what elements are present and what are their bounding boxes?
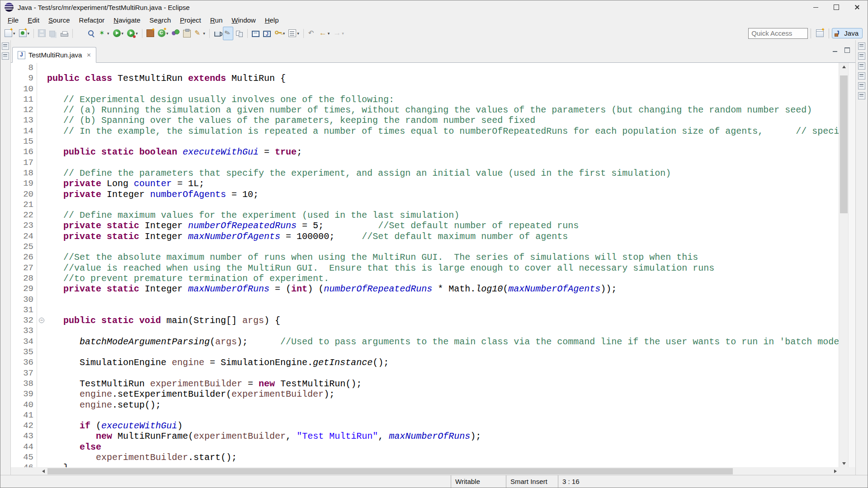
scroll-up-button[interactable] (839, 63, 849, 70)
line-number[interactable]: 16 (11, 147, 37, 157)
line-number[interactable]: 8 (11, 63, 37, 73)
vertical-scrollbar[interactable] (839, 63, 849, 467)
tab-close-icon[interactable]: ✕ (86, 52, 91, 58)
line-number[interactable]: 41 (11, 410, 37, 421)
line-number[interactable]: 21 (11, 200, 37, 210)
menu-item-help[interactable]: Help (260, 15, 283, 25)
line-number[interactable]: 45 (11, 452, 37, 463)
toolbar-run-button[interactable]: ▾ (112, 27, 125, 40)
code-text[interactable]: public class TestMultiRun extends MultiR… (47, 73, 286, 84)
code-line[interactable]: 34 batchModeArgumentParsing(args); //Use… (11, 337, 839, 347)
code-line[interactable]: 21 (11, 200, 839, 210)
line-number[interactable]: 11 (11, 94, 37, 105)
dropdown-arrow-icon[interactable]: ▾ (203, 31, 205, 36)
code-line[interactable]: 28 //to prevent premature termination of… (11, 273, 839, 284)
code-line[interactable]: 12 // (a) Running the simulation a given… (11, 105, 839, 115)
menu-item-search[interactable]: Search (145, 15, 176, 25)
code-text[interactable]: private static Integer numberOfRepeatedR… (47, 221, 579, 231)
code-line[interactable]: 31 (11, 305, 839, 315)
quick-access-input[interactable] (748, 28, 808, 39)
line-number[interactable]: 15 (11, 136, 37, 147)
line-number[interactable]: 28 (11, 273, 37, 284)
line-number[interactable]: 34 (11, 337, 37, 347)
menu-item-source[interactable]: Source (44, 15, 75, 25)
code-line[interactable]: 41 (11, 410, 839, 421)
toolbar-new-class-wizard-button[interactable]: ▾ (156, 27, 170, 40)
code-text[interactable]: batchModeArgumentParsing(args); //Used t… (47, 337, 839, 347)
code-text[interactable]: // Define the parameters that specify th… (47, 168, 671, 178)
code-text[interactable]: SimulationEngine engine = SimulationEngi… (47, 357, 389, 368)
line-number[interactable]: 36 (11, 357, 37, 368)
toolbar-forward-button[interactable]: ▾ (332, 27, 345, 40)
line-number[interactable]: 40 (11, 400, 37, 410)
horizontal-scrollbar-thumb[interactable] (47, 468, 733, 474)
line-number[interactable]: 39 (11, 389, 37, 399)
code-line[interactable]: 19 private Long counter = 1L; (11, 178, 839, 189)
code-text[interactable]: TestMultiRun experimentBuilder = new Tes… (47, 379, 362, 389)
dropdown-arrow-icon[interactable]: ▾ (107, 31, 109, 36)
code-text[interactable]: // Define maximum values for the experim… (47, 210, 459, 221)
dropdown-arrow-icon[interactable]: ▾ (136, 31, 138, 36)
code-line[interactable]: 45 experimentBuilder.start(); (11, 452, 839, 463)
code-line[interactable]: 44 else (11, 442, 839, 452)
line-number[interactable]: 30 (11, 295, 37, 305)
code-text[interactable]: } (47, 463, 69, 467)
restore-view-icon[interactable] (2, 42, 9, 50)
toolbar-print-button[interactable] (59, 27, 70, 40)
code-text[interactable]: private static Integer maxNumberOfAgents… (47, 231, 568, 242)
line-number[interactable]: 38 (11, 379, 37, 389)
toolbar-back-button[interactable]: ▾ (318, 27, 331, 40)
code-line[interactable]: 23 private static Integer numberOfRepeat… (11, 221, 839, 231)
line-number[interactable]: 37 (11, 368, 37, 379)
close-button[interactable] (847, 0, 868, 14)
toolbar-last-edit-location-button[interactable] (307, 27, 317, 40)
toolbar-annotation-button[interactable]: ▾ (193, 27, 207, 40)
code-line[interactable]: 11 // Experimental design usually involv… (11, 94, 839, 105)
code-line[interactable]: 42 if (executeWithGui) (11, 421, 839, 431)
code-text[interactable]: // Experimental design usually involves … (47, 94, 394, 105)
restore-view-icon[interactable] (858, 42, 865, 50)
toolbar-mark-occurrences-button[interactable] (223, 27, 233, 40)
line-number[interactable]: 33 (11, 326, 37, 336)
line-number[interactable]: 44 (11, 442, 37, 452)
code-text[interactable]: private Integer numberOfAgents = 10; (47, 189, 259, 200)
code-text[interactable]: else (47, 442, 101, 452)
line-number[interactable]: 12 (11, 105, 37, 115)
toolbar-new-java-class-button[interactable]: ▾ (18, 27, 31, 40)
toolbar-new-java-project-button[interactable] (145, 27, 156, 40)
menu-item-refactor[interactable]: Refactor (75, 15, 109, 25)
code-line[interactable]: 17 (11, 158, 839, 168)
code-line[interactable]: 18 // Define the parameters that specify… (11, 168, 839, 178)
line-number[interactable]: 19 (11, 178, 37, 189)
toolbar-bookmark-button[interactable]: ▾ (273, 27, 287, 40)
minimize-button[interactable] (805, 0, 826, 14)
toolbar-console-button[interactable] (250, 27, 261, 40)
code-text[interactable]: public static boolean executeWithGui = t… (47, 147, 302, 157)
build-icon[interactable] (858, 82, 865, 89)
line-number[interactable]: 13 (11, 115, 37, 126)
toolbar-save-all-button[interactable] (48, 27, 58, 40)
horizontal-scrollbar[interactable] (39, 467, 839, 475)
package-explorer-icon[interactable] (2, 52, 9, 60)
line-number[interactable]: 43 (11, 431, 37, 441)
code-text[interactable]: new MultiRunFrame(experimentBuilder, "Te… (47, 431, 481, 441)
java-perspective-button[interactable]: Java (832, 28, 863, 38)
code-line[interactable]: 37 (11, 368, 839, 379)
code-text[interactable]: engine.setExperimentBuilder(experimentBu… (47, 389, 335, 399)
code-text[interactable]: if (executeWithGui) (47, 421, 183, 431)
line-number[interactable]: 23 (11, 221, 37, 231)
code-line[interactable]: 39 engine.setExperimentBuilder(experimen… (11, 389, 839, 399)
code-line[interactable]: 46 } (11, 463, 839, 467)
editor-minimize-button[interactable] (832, 47, 839, 53)
dropdown-arrow-icon[interactable]: ▾ (328, 31, 330, 36)
dropdown-arrow-icon[interactable]: ▾ (297, 31, 299, 36)
code-text[interactable]: // (a) Running the simulation a given nu… (47, 105, 812, 115)
templates-icon[interactable] (858, 72, 865, 80)
line-number[interactable]: 17 (11, 158, 37, 168)
scroll-down-button[interactable] (839, 460, 849, 467)
code-line[interactable]: 32− public static void main(String[] arg… (11, 315, 839, 326)
code-editor[interactable]: 89public class TestMultiRun extends Mult… (11, 63, 839, 467)
code-text[interactable]: experimentBuilder.start(); (47, 452, 237, 463)
code-line[interactable]: 24 private static Integer maxNumberOfAge… (11, 231, 839, 242)
code-line[interactable]: 25 (11, 242, 839, 252)
